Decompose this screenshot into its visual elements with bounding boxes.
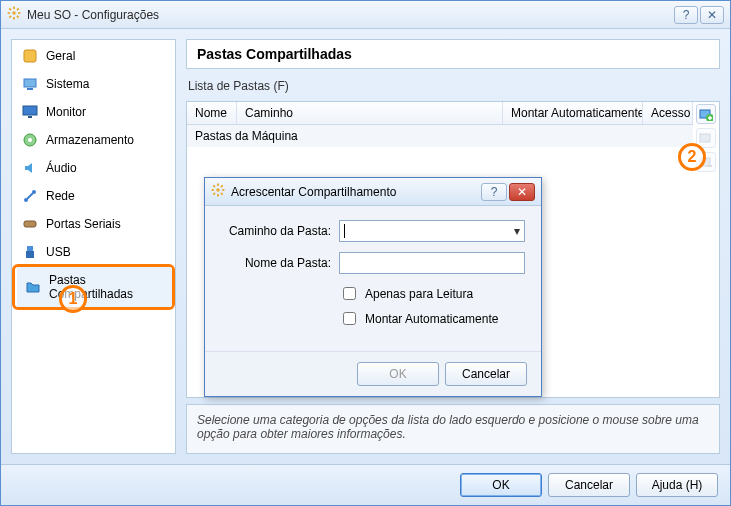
svg-line-7	[9, 16, 11, 18]
svg-rect-13	[28, 116, 32, 118]
close-button[interactable]: ✕	[700, 6, 724, 24]
sidebar-item-rede[interactable]: Rede	[14, 182, 173, 210]
gear-icon	[211, 183, 225, 200]
automount-checkbox[interactable]	[343, 312, 356, 325]
dialog-help-button[interactable]: ?	[481, 183, 507, 201]
sidebar-item-label: Áudio	[46, 161, 77, 175]
monitor-icon	[22, 104, 38, 120]
svg-rect-11	[27, 88, 33, 90]
sidebar-item-label: Sistema	[46, 77, 89, 91]
usb-icon	[22, 244, 38, 260]
col-nome[interactable]: Nome	[187, 102, 237, 124]
readonly-checkbox-row[interactable]: Apenas para Leitura	[339, 284, 525, 303]
svg-rect-9	[24, 50, 36, 62]
sidebar: Geral Sistema Monitor Armazenamento Áudi…	[11, 39, 176, 454]
sidebar-item-label: Rede	[46, 189, 75, 203]
add-folder-button[interactable]	[696, 104, 716, 124]
dialog-footer: OK Cancelar	[205, 351, 541, 396]
name-label: Nome da Pasta:	[221, 256, 331, 270]
sidebar-item-monitor[interactable]: Monitor	[14, 98, 173, 126]
readonly-checkbox[interactable]	[343, 287, 356, 300]
svg-line-35	[221, 193, 223, 195]
automount-label: Montar Automaticamente	[365, 312, 498, 326]
chevron-down-icon[interactable]: ▾	[514, 224, 520, 238]
titlebar: Meu SO - Configurações ? ✕	[1, 1, 730, 29]
folder-icon	[25, 279, 41, 295]
settings-window: Meu SO - Configurações ? ✕ Geral Sistema…	[0, 0, 731, 506]
svg-rect-26	[700, 134, 710, 142]
dialog-titlebar: Acrescentar Compartilhamento ? ✕	[205, 178, 541, 206]
column-headers: Nome Caminho Montar Automaticamente Aces…	[187, 102, 693, 125]
gear-icon	[7, 6, 21, 23]
svg-rect-21	[26, 251, 34, 258]
dialog-ok-button[interactable]: OK	[357, 362, 439, 386]
svg-line-5	[9, 8, 11, 10]
sidebar-item-label: Armazenamento	[46, 133, 134, 147]
list-label: Lista de Pastas (F)	[188, 79, 720, 93]
cancel-button[interactable]: Cancelar	[548, 473, 630, 497]
window-title: Meu SO - Configurações	[27, 8, 672, 22]
dialog-body: Caminho da Pasta: ▾ Nome da Pasta:	[205, 206, 541, 351]
sidebar-item-pastas[interactable]: Pastas Compartilhadas	[17, 267, 172, 307]
svg-line-36	[213, 193, 215, 195]
svg-line-18	[27, 193, 33, 199]
add-share-dialog: Acrescentar Compartilhamento ? ✕ Caminho…	[204, 177, 542, 397]
sidebar-item-label: Monitor	[46, 105, 86, 119]
sidebar-item-label: USB	[46, 245, 71, 259]
annotation-2: 2	[678, 143, 706, 171]
name-input[interactable]	[339, 252, 525, 274]
svg-point-29	[216, 188, 220, 192]
path-combo[interactable]: ▾	[339, 220, 525, 242]
col-montar[interactable]: Montar Automaticamente	[503, 102, 643, 124]
dialog-title: Acrescentar Compartilhamento	[231, 185, 479, 199]
sidebar-item-audio[interactable]: Áudio	[14, 154, 173, 182]
sidebar-item-geral[interactable]: Geral	[14, 42, 173, 70]
annotation-1: 1	[59, 285, 87, 313]
svg-line-34	[213, 185, 215, 187]
sidebar-item-label: Geral	[46, 49, 75, 63]
content-area: Geral Sistema Monitor Armazenamento Áudi…	[1, 29, 730, 464]
sidebar-item-label: Portas Seriais	[46, 217, 121, 231]
svg-line-37	[221, 185, 223, 187]
automount-checkbox-row[interactable]: Montar Automaticamente	[339, 309, 525, 328]
help-button[interactable]: ?	[674, 6, 698, 24]
group-row[interactable]: Pastas da Máquina	[187, 125, 693, 147]
help-button-footer[interactable]: Ajuda (H)	[636, 473, 718, 497]
storage-icon	[22, 132, 38, 148]
svg-rect-19	[24, 221, 36, 227]
svg-point-0	[12, 11, 16, 15]
svg-point-15	[28, 138, 32, 142]
sidebar-item-portas[interactable]: Portas Seriais	[14, 210, 173, 238]
sidebar-highlight: Pastas Compartilhadas	[12, 264, 175, 310]
path-label: Caminho da Pasta:	[221, 224, 331, 238]
dialog-cancel-button[interactable]: Cancelar	[445, 362, 527, 386]
readonly-label: Apenas para Leitura	[365, 287, 473, 301]
audio-icon	[22, 160, 38, 176]
text-cursor	[344, 224, 345, 238]
info-box: Selecione uma categoria de opções da lis…	[186, 404, 720, 454]
sidebar-item-armazenamento[interactable]: Armazenamento	[14, 126, 173, 154]
svg-line-6	[17, 16, 19, 18]
general-icon	[22, 48, 38, 64]
page-title: Pastas Compartilhadas	[186, 39, 720, 69]
footer: OK Cancelar Ajuda (H)	[1, 464, 730, 505]
ok-button[interactable]: OK	[460, 473, 542, 497]
svg-rect-12	[23, 106, 37, 115]
sidebar-item-usb[interactable]: USB	[14, 238, 173, 266]
col-caminho[interactable]: Caminho	[237, 102, 503, 124]
sidebar-item-sistema[interactable]: Sistema	[14, 70, 173, 98]
col-acesso[interactable]: Acesso	[643, 102, 693, 124]
svg-rect-10	[24, 79, 36, 87]
serial-icon	[22, 216, 38, 232]
system-icon	[22, 76, 38, 92]
svg-rect-20	[27, 246, 33, 251]
svg-line-8	[17, 8, 19, 10]
dialog-close-button[interactable]: ✕	[509, 183, 535, 201]
network-icon	[22, 188, 38, 204]
